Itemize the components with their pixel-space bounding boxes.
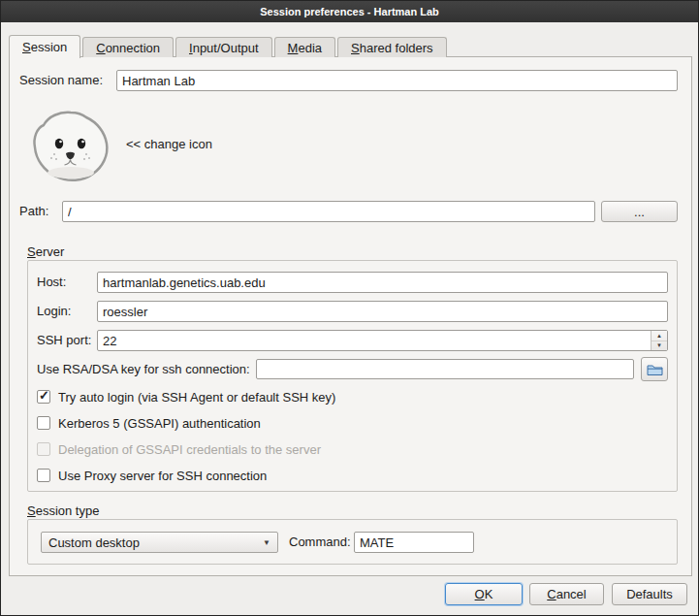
command-input[interactable] xyxy=(354,532,474,553)
tab-session[interactable]: Session xyxy=(9,35,80,58)
checkbox-gssapi-delegation: ✓ Delegation of GSSAPI credentials to th… xyxy=(37,440,321,458)
tab-connection-label: Connection xyxy=(96,41,160,55)
session-name-label: Session name: xyxy=(19,70,103,91)
ssh-port-input[interactable] xyxy=(97,330,668,351)
path-browse-button[interactable]: ... xyxy=(601,201,678,222)
checkbox-kerberos-box[interactable]: ✓ xyxy=(37,416,50,430)
session-name-input[interactable] xyxy=(116,70,678,91)
checkbox-gssapi-delegation-box: ✓ xyxy=(37,442,50,456)
rsa-key-input[interactable] xyxy=(256,359,634,379)
dialog-titlebar: Session preferences - Hartman Lab xyxy=(1,1,698,22)
checkbox-proxy-box[interactable]: ✓ xyxy=(37,469,50,482)
session-icon-button[interactable] xyxy=(27,109,114,186)
checkbox-proxy-label: Use Proxy server for SSH connection xyxy=(58,469,267,483)
session-type-dropdown[interactable]: Custom desktop ▼ xyxy=(41,532,278,553)
session-tab-panel: Session name: << change icon Path: xyxy=(9,56,692,576)
checkbox-gssapi-delegation-label: Delegation of GSSAPI credentials to the … xyxy=(58,442,321,457)
path-browse-label: ... xyxy=(634,205,645,219)
checkbox-auto-login[interactable]: ✓ Try auto login (via SSH Agent or defau… xyxy=(37,388,335,405)
ssh-port-label: SSH port: xyxy=(37,330,91,351)
tab-connection[interactable]: Connection xyxy=(82,37,174,57)
tab-bar: Session Connection Input/Output Media Sh… xyxy=(9,34,449,57)
tab-input-output-label: Input/Output xyxy=(189,41,259,55)
session-icon xyxy=(27,109,114,186)
spin-down-icon[interactable]: ▼ xyxy=(651,341,667,351)
path-label: Path: xyxy=(19,201,48,222)
cancel-button[interactable]: Cancel xyxy=(529,583,604,605)
checkbox-kerberos-label: Kerberos 5 (GSSAPI) authentication xyxy=(58,416,261,431)
dropdown-arrow-icon: ▼ xyxy=(255,538,270,547)
session-type-dropdown-value: Custom desktop xyxy=(48,535,140,550)
defaults-button-label: Defaults xyxy=(626,587,673,601)
ok-button[interactable]: OK xyxy=(445,583,523,605)
session-preferences-dialog: Session preferences - Hartman Lab Sessio… xyxy=(0,0,699,616)
checkbox-proxy[interactable]: ✓ Use Proxy server for SSH connection xyxy=(37,467,267,484)
rsa-key-label: Use RSA/DSA key for ssh connection: xyxy=(37,359,250,380)
change-icon-label: << change icon xyxy=(126,137,212,152)
tab-media[interactable]: Media xyxy=(274,37,335,57)
command-label: Command: xyxy=(289,532,351,553)
ssh-port-spin-buttons: ▲ ▼ xyxy=(651,331,667,350)
folder-icon xyxy=(647,363,663,376)
ssh-port-spinbox: ▲ ▼ xyxy=(97,330,668,351)
tab-shared-folders-label: Shared folders xyxy=(351,41,433,55)
checkbox-auto-login-label: Try auto login (via SSH Agent or default… xyxy=(58,390,335,405)
cancel-button-label: Cancel xyxy=(547,587,586,601)
checkbox-auto-login-box[interactable]: ✓ xyxy=(37,390,50,404)
login-input[interactable] xyxy=(97,301,668,322)
defaults-button[interactable]: Defaults xyxy=(612,583,687,605)
tab-input-output[interactable]: Input/Output xyxy=(175,37,272,57)
ok-button-label: OK xyxy=(475,587,493,601)
path-input[interactable] xyxy=(62,201,595,222)
checkbox-kerberos[interactable]: ✓ Kerberos 5 (GSSAPI) authentication xyxy=(37,414,261,432)
dialog-title: Session preferences - Hartman Lab xyxy=(260,6,439,17)
tab-session-label: Session xyxy=(22,40,67,54)
tab-shared-folders[interactable]: Shared folders xyxy=(337,37,447,57)
host-input[interactable] xyxy=(97,272,668,293)
spin-up-icon[interactable]: ▲ xyxy=(651,331,667,341)
checkmark-icon: ✓ xyxy=(39,388,49,403)
tab-media-label: Media xyxy=(288,41,322,55)
rsa-key-browse-button[interactable] xyxy=(641,357,668,381)
host-label: Host: xyxy=(37,272,66,293)
login-label: Login: xyxy=(37,301,71,322)
